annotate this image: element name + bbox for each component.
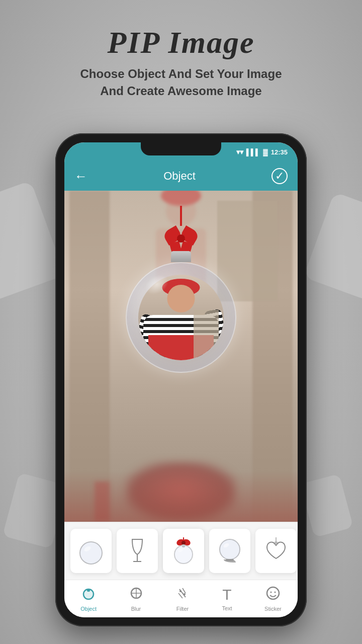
object-item-sphere[interactable] xyxy=(70,529,112,573)
svg-point-32 xyxy=(274,591,276,593)
object-item-goblet[interactable] xyxy=(117,529,158,573)
svg-rect-21 xyxy=(87,589,90,592)
bg-woman-hat xyxy=(161,191,201,206)
subtitle-line1: Choose Object And Set Your Image xyxy=(80,67,282,80)
top-bar-title: Object xyxy=(163,170,196,183)
ornament-cap xyxy=(171,251,191,262)
crystal-ball-icon xyxy=(217,535,243,567)
inner-building xyxy=(194,310,219,360)
nav-item-filter[interactable]: Filter xyxy=(167,582,198,616)
nav-icon-object xyxy=(81,586,96,604)
ornament-ball xyxy=(126,262,236,373)
nav-icon-blur xyxy=(129,586,143,604)
nav-label-sticker: Sticker xyxy=(264,606,282,612)
nav-icon-sticker xyxy=(266,586,280,604)
phone-notch xyxy=(141,142,221,155)
image-area xyxy=(64,191,298,522)
svg-point-30 xyxy=(267,587,279,599)
bg-shape-right xyxy=(303,192,362,301)
phone-body: ▾▾ ▌▌▌ ▓ 12:35 ← Object ✓ xyxy=(55,133,307,626)
svg-point-8 xyxy=(182,541,186,545)
goblet-icon xyxy=(124,535,150,567)
object-item-heart[interactable] xyxy=(255,529,297,573)
object-selector xyxy=(64,522,298,580)
nav-item-object[interactable]: Object xyxy=(72,582,105,616)
svg-point-14 xyxy=(220,539,240,559)
status-icons: ▾▾ ▌▌▌ ▓ 12:35 xyxy=(236,148,288,156)
battery-icon: ▓ xyxy=(263,148,267,156)
nav-label-object: Object xyxy=(80,606,97,612)
signal-icon: ▌▌▌ xyxy=(246,148,260,156)
back-button[interactable]: ← xyxy=(74,169,87,184)
header-section: PIP Image Choose Object And Set Your Ima… xyxy=(0,15,362,109)
ornament-icon xyxy=(170,535,197,567)
nav-label-text: Text xyxy=(222,605,232,611)
wifi-icon: ▾▾ xyxy=(236,148,243,156)
sphere-icon xyxy=(78,535,104,567)
svg-point-26 xyxy=(179,590,182,592)
nav-icon-text: T xyxy=(222,586,231,603)
status-time: 12:35 xyxy=(271,148,288,156)
subtitle-line2: And Create Awesome Image xyxy=(100,84,261,98)
svg-rect-16 xyxy=(226,559,234,561)
phone-screen: ▾▾ ▌▌▌ ▓ 12:35 ← Object ✓ xyxy=(64,142,298,617)
app-title: PIP Image xyxy=(10,25,352,59)
ribbon-string xyxy=(180,206,182,226)
nav-label-filter: Filter xyxy=(176,606,189,612)
bg-shape-bottom-right xyxy=(300,474,353,538)
bottom-blur xyxy=(64,471,298,522)
svg-point-1 xyxy=(80,542,102,564)
svg-line-28 xyxy=(183,588,186,593)
app-subtitle: Choose Object And Set Your Image And Cre… xyxy=(10,65,352,99)
bow-center xyxy=(177,234,185,243)
check-button[interactable]: ✓ xyxy=(272,168,288,184)
nav-item-blur[interactable]: Blur xyxy=(121,582,151,616)
inner-head xyxy=(167,285,195,312)
ornament-container[interactable] xyxy=(116,206,246,373)
nav-item-sticker[interactable]: Sticker xyxy=(256,582,290,616)
object-item-crystal-ball[interactable] xyxy=(209,529,250,573)
ribbon-bow xyxy=(163,226,199,251)
svg-line-29 xyxy=(178,593,183,598)
bottom-nav: Object Blur xyxy=(64,580,298,617)
svg-point-31 xyxy=(270,591,272,593)
phone-container: ▾▾ ▌▌▌ ▓ 12:35 ← Object ✓ xyxy=(55,133,307,626)
svg-point-11 xyxy=(174,545,193,564)
heart-ornament-icon xyxy=(263,535,289,567)
top-bar: ← Object ✓ xyxy=(64,162,298,191)
svg-point-27 xyxy=(184,593,186,595)
nav-label-blur: Blur xyxy=(131,606,141,612)
nav-item-text[interactable]: T Text xyxy=(214,582,240,615)
nav-icon-filter xyxy=(175,586,190,604)
object-item-ornament[interactable] xyxy=(163,529,204,573)
